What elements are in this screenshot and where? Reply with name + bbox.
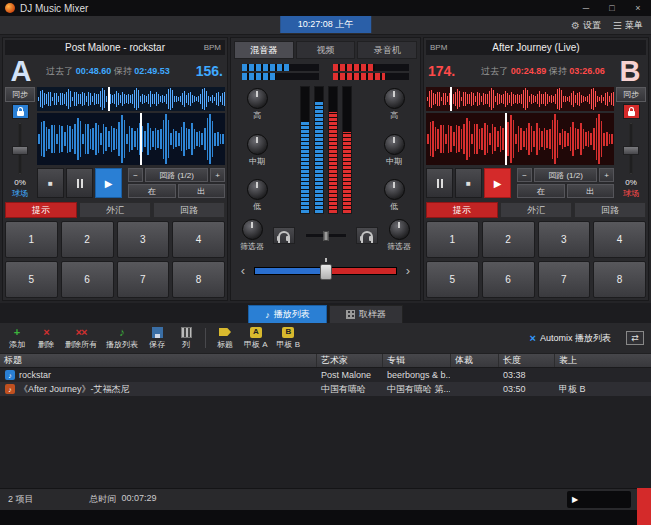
deck-a-filter-knob[interactable]: 筛选器 [240,219,264,252]
tab-playlist[interactable]: ♪ 播放列表 [248,305,327,323]
load-deck-a-button[interactable]: A 甲板 A [244,326,268,350]
tab-mixer[interactable]: 混音器 [234,41,294,59]
deck-b-pad-4[interactable]: 4 [593,221,646,258]
load-deck-b-button[interactable]: B 甲板 B [277,326,301,350]
deck-a-sync-button[interactable]: 同步 [5,87,35,102]
column-title[interactable]: 标题 [0,354,316,367]
title-tag-button[interactable]: 标题 [215,326,235,350]
playlists-button[interactable]: ♪ 播放列表 [106,326,138,350]
crossfader[interactable] [254,267,397,275]
crossfader-handle[interactable] [320,264,332,280]
tab-recorder[interactable]: 录音机 [357,41,417,59]
deck-b-waveform-zoom[interactable] [426,87,614,111]
deck-b-pad-3[interactable]: 3 [538,221,591,258]
deck-b-pad-2[interactable]: 2 [482,221,535,258]
deck-a-waveform[interactable] [37,113,225,165]
cue-mix-handle[interactable] [323,231,328,241]
add-button[interactable]: + 添加 [7,326,27,350]
cue-mix-slider[interactable] [305,233,347,238]
delete-button[interactable]: × 删除 [36,326,56,350]
deck-b-loop-in-button[interactable]: 在 [517,184,565,198]
deck-b-sync-button[interactable]: 同步 [616,87,646,102]
deck-b-eq-high-knob[interactable]: 高 [384,88,405,121]
deck-b-pad-8[interactable]: 8 [593,261,646,298]
deck-b-pad-1[interactable]: 1 [426,221,479,258]
deck-b-pitch-handle[interactable] [623,146,639,155]
deck-a-pause-button[interactable] [66,168,93,198]
tab-sampler[interactable]: 取样器 [329,305,403,323]
columns-button[interactable]: 列 [176,326,196,350]
deck-b-tab-fx[interactable]: 外汇 [500,202,572,218]
delete-all-button[interactable]: ×× 删除所有 [65,326,97,350]
column-genre[interactable]: 体裁 [450,354,498,367]
deck-a-pad-1[interactable]: 1 [5,221,58,258]
deck-b-pad-6[interactable]: 6 [482,261,535,298]
deck-a-loop-in-button[interactable]: 在 [128,184,176,198]
deck-b-filter-knob[interactable]: 筛选器 [387,219,411,252]
deck-a-pad-6[interactable]: 6 [61,261,114,298]
deck-b-keylock-button[interactable] [623,104,640,119]
deck-a-keylock-button[interactable] [12,104,29,119]
playlist-header-row: 标题 艺术家 专辑 体裁 长度 装上 [0,353,651,368]
deck-b-waveform[interactable] [426,113,614,165]
deck-a-pad-5[interactable]: 5 [5,261,58,298]
repeat-button[interactable]: ⇄ [626,331,644,345]
column-length[interactable]: 长度 [498,354,554,367]
automix-toggle[interactable]: × Automix 播放列表 [530,332,611,345]
close-button[interactable]: × [625,0,651,16]
column-loaded[interactable]: 装上 [554,354,651,367]
deck-b-pad-7[interactable]: 7 [538,261,591,298]
tab-video[interactable]: 视频 [296,41,356,59]
deck-a-pad-7[interactable]: 7 [117,261,170,298]
deck-b-pause-button[interactable] [426,168,453,198]
deck-b-loop-double-button[interactable]: + [599,168,614,182]
deck-b-play-button[interactable]: ▶ [484,168,511,198]
preview-player[interactable]: ▶ [567,491,631,508]
deck-a-loop-button[interactable]: 回路 (1/2) [145,168,208,182]
table-row[interactable]: ♪《After Journey》-艾福杰尼 中国有嘻哈 中国有嘻哈 第... 0… [0,382,651,396]
deck-b-loop-half-button[interactable]: − [517,168,532,182]
deck-a-pitch-slider[interactable] [5,121,35,176]
deck-a-loop-double-button[interactable]: + [210,168,225,182]
deck-a-pad-4[interactable]: 4 [172,221,225,258]
deck-a-eq-mid-knob[interactable]: 中期 [247,134,268,167]
deck-b-loop-button[interactable]: 回路 (1/2) [534,168,597,182]
deck-a-loop-half-button[interactable]: − [128,168,143,182]
deck-a-loop-out-button[interactable]: 出 [178,184,226,198]
save-button[interactable]: 保存 [147,326,167,350]
deck-a-pitch-handle[interactable] [12,146,28,155]
total-time-value: 00:07:29 [122,493,157,506]
crossfader-left-button[interactable]: ‹ [236,264,250,278]
bottom-right-red-button[interactable] [637,488,651,525]
deck-a-tab-loop[interactable]: 回路 [153,202,225,218]
deck-a-pad-8[interactable]: 8 [172,261,225,298]
deck-a-tab-cue[interactable]: 提示 [5,202,77,218]
deck-b-stop-button[interactable]: ■ [455,168,482,198]
deck-b-pitch-slider[interactable] [616,121,646,176]
deck-a-pad-2[interactable]: 2 [61,221,114,258]
settings-button[interactable]: ⚙ 设置 [571,19,601,32]
deck-b-eq-mid-knob[interactable]: 中期 [384,134,405,167]
deck-b-loop-out-button[interactable]: 出 [567,184,615,198]
minimize-button[interactable]: ─ [573,0,599,16]
deck-a-tab-fx[interactable]: 外汇 [79,202,151,218]
toolbar-separator [205,328,206,348]
deck-b-tab-cue[interactable]: 提示 [426,202,498,218]
deck-a-pad-3[interactable]: 3 [117,221,170,258]
crossfader-right-button[interactable]: › [401,264,415,278]
deck-b-tab-loop[interactable]: 回路 [574,202,646,218]
deck-a-waveform-zoom[interactable] [37,87,225,111]
deck-b-pad-5[interactable]: 5 [426,261,479,298]
table-row[interactable]: ♪rockstar Post Malone beerbongs & b... 0… [0,368,651,382]
deck-a-cue-headphones-button[interactable] [273,227,295,244]
deck-a-eq-low-knob[interactable]: 低 [247,179,268,212]
deck-b-eq-low-knob[interactable]: 低 [384,179,405,212]
deck-a-play-button[interactable]: ▶ [95,168,122,198]
column-album[interactable]: 专辑 [382,354,450,367]
deck-a-eq-high-knob[interactable]: 高 [247,88,268,121]
maximize-button[interactable]: □ [599,0,625,16]
deck-a-stop-button[interactable]: ■ [37,168,64,198]
deck-b-cue-headphones-button[interactable] [356,227,378,244]
menu-button[interactable]: ☰ 菜单 [613,19,643,32]
column-artist[interactable]: 艺术家 [316,354,382,367]
